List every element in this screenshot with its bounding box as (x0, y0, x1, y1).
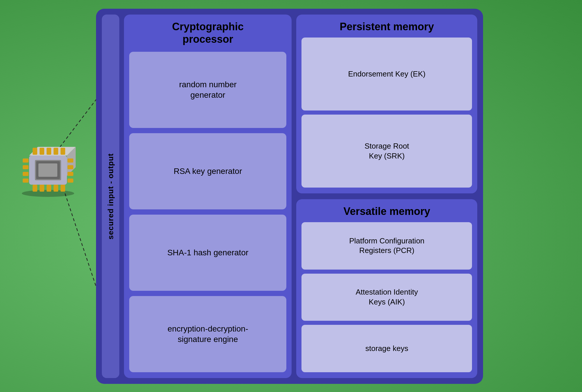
versatile-memory-boxes: Platform ConfigurationRegisters (PCR) At… (301, 222, 472, 372)
svg-rect-19 (61, 148, 65, 155)
persistent-memory-section: Persistent memory Endorsement Key (EK) S… (296, 15, 477, 193)
memory-box-pcr: Platform ConfigurationRegisters (PCR) (301, 222, 472, 270)
svg-rect-10 (33, 185, 37, 192)
svg-rect-27 (68, 179, 73, 183)
crypto-title: Cryptographicprocessor (129, 20, 286, 45)
svg-rect-9 (38, 163, 57, 177)
main-container: secured input - output Cryptographicproc… (96, 9, 483, 384)
versatile-memory-section: Versatile memory Platform ConfigurationR… (296, 199, 477, 378)
svg-rect-26 (68, 172, 73, 176)
persistent-memory-boxes: Endorsement Key (EK) Storage RootKey (SR… (301, 38, 472, 188)
memory-box-srk: Storage RootKey (SRK) (301, 115, 472, 188)
versatile-memory-title: Versatile memory (301, 205, 472, 218)
sidebar-strip: secured input - output (102, 15, 119, 378)
sidebar-label: secured input - output (106, 153, 115, 239)
crypto-column: Cryptographicprocessor random numbergene… (124, 15, 292, 378)
svg-rect-25 (68, 165, 73, 169)
crypto-box-enc: encryption-decryption-signature engine (129, 296, 286, 372)
svg-rect-14 (61, 185, 65, 192)
svg-rect-16 (40, 148, 44, 155)
svg-rect-23 (23, 179, 29, 183)
svg-rect-22 (23, 172, 29, 176)
crypto-box-rng: random numbergenerator (129, 52, 286, 128)
memory-box-storage-keys: storage keys (301, 325, 472, 372)
svg-rect-24 (68, 158, 73, 163)
memory-box-ek: Endorsement Key (EK) (301, 38, 472, 111)
crypto-box-rsa: RSA key generator (129, 133, 286, 209)
svg-rect-20 (23, 158, 29, 163)
svg-rect-18 (54, 148, 58, 155)
crypto-boxes: random numbergenerator RSA key generator… (129, 52, 286, 372)
svg-rect-11 (40, 185, 44, 192)
svg-rect-21 (23, 165, 29, 169)
memory-box-aik: Attestation IdentityKeys (AIK) (301, 274, 472, 321)
crypto-box-sha: SHA-1 hash generator (129, 215, 286, 291)
memory-column: Persistent memory Endorsement Key (EK) S… (296, 15, 477, 378)
svg-rect-15 (33, 148, 37, 155)
svg-rect-13 (54, 185, 58, 192)
persistent-memory-title: Persistent memory (301, 20, 472, 33)
svg-rect-12 (47, 185, 51, 192)
svg-rect-17 (47, 148, 51, 155)
